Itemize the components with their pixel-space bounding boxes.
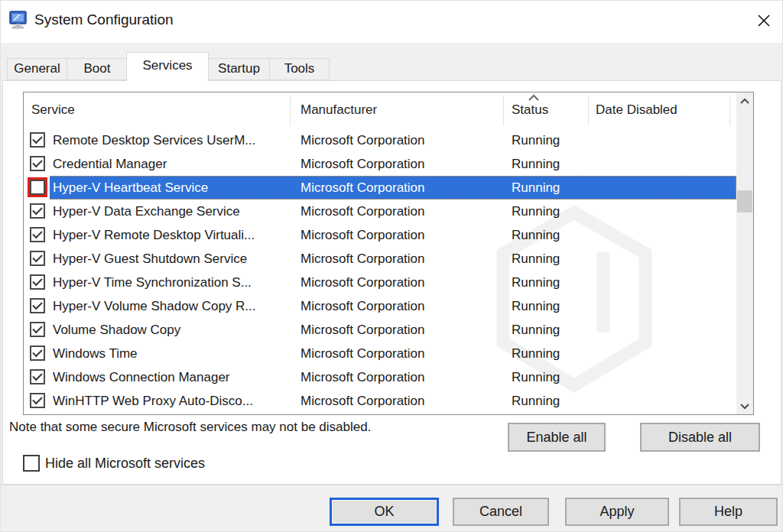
service-checkbox[interactable] (30, 274, 45, 290)
column-divider[interactable] (503, 96, 504, 126)
service-checkbox[interactable] (30, 156, 45, 171)
close-icon (756, 13, 772, 28)
service-row[interactable]: Credential Manager Microsoft Corporation… (24, 152, 736, 176)
apply-button[interactable]: Apply (565, 498, 669, 526)
service-row[interactable]: Hyper-V Remote Desktop Virtuali... Micro… (24, 223, 736, 247)
service-row[interactable]: Windows Connection Manager Microsoft Cor… (24, 365, 736, 389)
help-button[interactable]: Help (679, 498, 778, 526)
column-divider[interactable] (729, 96, 730, 126)
service-checkbox[interactable] (30, 180, 45, 195)
scroll-up-button[interactable] (736, 92, 753, 109)
title-bar: System Configuration (1, 1, 782, 43)
service-row[interactable]: Hyper-V Heartbeat Service Microsoft Corp… (24, 176, 736, 200)
service-checkbox-cell (24, 176, 50, 200)
system-configuration-window: System Configuration General Boot Servic… (0, 0, 783, 532)
service-name-cell: Hyper-V Time Synchronization S... (53, 271, 252, 294)
manufacturer-cell: Microsoft Corporation (301, 223, 425, 247)
service-row[interactable]: Hyper-V Data Exchange Service Microsoft … (24, 200, 736, 223)
service-row[interactable]: WinHTTP Web Proxy Auto-Disco... Microsof… (24, 389, 736, 413)
enable-all-button[interactable]: Enable all (508, 423, 606, 452)
service-row[interactable]: Hyper-V Volume Shadow Copy R... Microsof… (24, 294, 736, 318)
service-name-cell: Hyper-V Guest Shutdown Service (53, 247, 247, 271)
ok-button[interactable]: OK (330, 498, 439, 526)
status-cell: Running (512, 294, 560, 318)
service-row[interactable]: Remote Desktop Services UserM... Microso… (24, 128, 736, 152)
services-list-body: Remote Desktop Services UserM... Microso… (24, 128, 736, 414)
close-button[interactable] (752, 8, 776, 33)
window-title: System Configuration (34, 11, 174, 28)
service-checkbox[interactable] (30, 203, 45, 219)
service-name-cell: Hyper-V Remote Desktop Virtuali... (53, 223, 255, 247)
service-checkbox[interactable] (30, 322, 45, 337)
tab-services[interactable]: Services (126, 52, 209, 81)
scroll-down-button[interactable] (736, 397, 753, 414)
status-cell: Running (512, 128, 560, 152)
status-cell: Running (512, 223, 560, 247)
service-checkbox[interactable] (30, 227, 45, 242)
tab-general[interactable]: General (7, 58, 67, 80)
chevron-up-icon (739, 98, 750, 105)
vertical-scrollbar[interactable] (736, 92, 753, 414)
column-divider[interactable] (290, 96, 291, 126)
manufacturer-cell: Microsoft Corporation (301, 247, 425, 271)
cancel-button[interactable]: Cancel (453, 498, 549, 526)
service-name-cell: Windows Connection Manager (53, 365, 230, 389)
tab-boot[interactable]: Boot (67, 58, 128, 80)
service-checkbox[interactable] (30, 298, 45, 313)
column-header-status[interactable]: Status (512, 102, 548, 118)
service-checkbox[interactable] (30, 251, 45, 266)
service-checkbox-cell (24, 342, 50, 365)
column-divider[interactable] (588, 96, 589, 126)
service-name-cell: WinHTTP Web Proxy Auto-Disco... (53, 389, 253, 413)
hide-all-microsoft-services-checkbox[interactable] (23, 455, 40, 472)
manufacturer-cell: Microsoft Corporation (301, 152, 425, 176)
manufacturer-cell: Microsoft Corporation (301, 342, 425, 365)
service-checkbox[interactable] (30, 369, 45, 384)
service-name-cell: Volume Shadow Copy (53, 318, 180, 342)
manufacturer-cell: Microsoft Corporation (301, 176, 425, 200)
status-cell: Running (512, 365, 560, 389)
service-checkbox[interactable] (30, 345, 45, 361)
service-checkbox[interactable] (30, 132, 45, 148)
status-cell: Running (512, 152, 560, 176)
service-name-cell: Hyper-V Heartbeat Service (53, 176, 208, 200)
system-configuration-icon (8, 10, 30, 31)
service-checkbox-cell (24, 200, 50, 223)
service-checkbox-cell (24, 152, 50, 176)
chevron-down-icon (739, 403, 750, 410)
services-tab-page: Service Manufacturer Status Date Disable… (2, 80, 781, 485)
services-note: Note that some secure Microsoft services… (9, 420, 371, 435)
manufacturer-cell: Microsoft Corporation (301, 271, 425, 294)
column-header-service[interactable]: Service (31, 102, 75, 118)
service-checkbox-cell (24, 271, 50, 294)
services-list: Service Manufacturer Status Date Disable… (23, 92, 754, 415)
service-checkbox-cell (24, 247, 50, 271)
status-cell: Running (512, 342, 560, 365)
manufacturer-cell: Microsoft Corporation (301, 365, 425, 389)
tab-tools[interactable]: Tools (269, 58, 330, 80)
service-row[interactable]: Windows Time Microsoft Corporation Runni… (24, 342, 736, 365)
manufacturer-cell: Microsoft Corporation (301, 294, 425, 318)
status-cell: Running (512, 318, 560, 342)
service-checkbox[interactable] (30, 393, 45, 408)
service-checkbox-cell (24, 389, 50, 413)
scrollbar-thumb[interactable] (737, 190, 752, 212)
tab-startup[interactable]: Startup (208, 58, 270, 80)
disable-all-button[interactable]: Disable all (640, 423, 760, 452)
service-name-cell: Remote Desktop Services UserM... (53, 128, 255, 152)
service-row[interactable]: Volume Shadow Copy Microsoft Corporation… (24, 318, 736, 342)
service-name-cell: Hyper-V Volume Shadow Copy R... (53, 294, 256, 318)
manufacturer-cell: Microsoft Corporation (301, 318, 425, 342)
status-cell: Running (512, 389, 560, 413)
service-name-cell: Hyper-V Data Exchange Service (53, 200, 240, 223)
status-cell: Running (512, 200, 560, 223)
status-cell: Running (512, 176, 560, 200)
status-cell: Running (512, 271, 560, 294)
service-checkbox-cell (24, 294, 50, 318)
services-list-header: Service Manufacturer Status Date Disable… (24, 92, 736, 128)
manufacturer-cell: Microsoft Corporation (301, 200, 425, 223)
service-row[interactable]: Hyper-V Guest Shutdown Service Microsoft… (24, 247, 736, 271)
column-header-manufacturer[interactable]: Manufacturer (301, 102, 377, 118)
column-header-date-disabled[interactable]: Date Disabled (596, 102, 677, 118)
service-row[interactable]: Hyper-V Time Synchronization S... Micros… (24, 271, 736, 294)
